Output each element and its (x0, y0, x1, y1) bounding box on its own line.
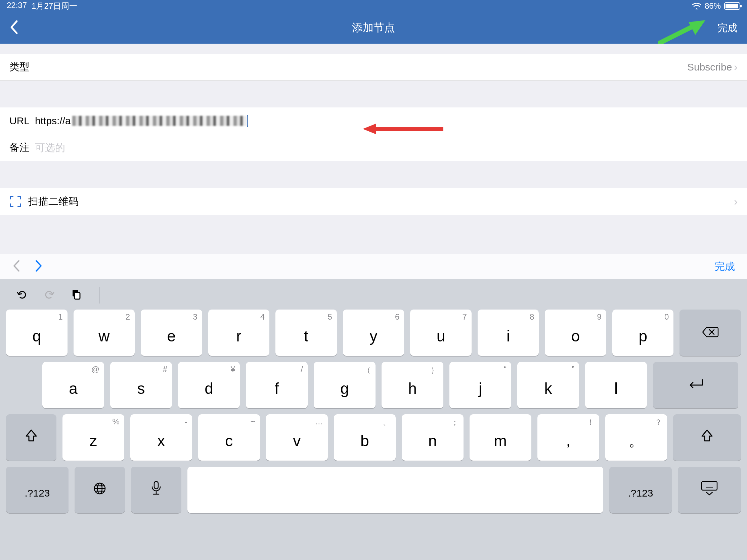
kb-prev-field-button[interactable] (12, 260, 21, 274)
dictation-key[interactable] (131, 466, 181, 513)
url-value: https://a (30, 115, 71, 127)
type-label: 类型 (9, 60, 30, 74)
return-key[interactable] (653, 362, 738, 408)
key-m[interactable]: m (469, 414, 531, 461)
backspace-key[interactable] (679, 310, 741, 356)
key-a[interactable]: @a (42, 362, 104, 408)
key-i[interactable]: 8i (478, 310, 539, 356)
chevron-right-icon: › (734, 195, 738, 208)
type-value: Subscribe (687, 61, 732, 73)
key-v[interactable]: …v (266, 414, 328, 461)
form-content: 类型 Subscribe › URL https://a 备注 扫描二维码 › (0, 44, 747, 215)
status-date: 1月27日周一 (31, 1, 77, 11)
key-b[interactable]: 、b (334, 414, 396, 461)
back-button[interactable] (9, 20, 20, 36)
key-t[interactable]: 5t (276, 310, 337, 356)
keyboard: 1q2w3e4r5t6y7u8i9o0p @a#s¥d/f（g）h“j”kl %… (0, 279, 747, 560)
shift-key[interactable] (6, 414, 56, 461)
wifi-icon (692, 3, 701, 9)
battery-percent: 86% (705, 1, 721, 11)
chevron-right-icon: › (734, 61, 738, 73)
text-cursor (247, 115, 248, 127)
key-j[interactable]: “j (449, 362, 511, 408)
url-redacted (72, 116, 247, 126)
note-row[interactable]: 备注 (0, 134, 747, 161)
key-n[interactable]: ；n (402, 414, 464, 461)
key-z[interactable]: %z (62, 414, 124, 461)
status-time: 22:37 (7, 1, 27, 11)
number-mode-key[interactable]: .?123 (6, 466, 69, 513)
key-k[interactable]: ”k (517, 362, 579, 408)
undo-button[interactable] (16, 288, 28, 302)
keyboard-accessory-bar: 完成 (0, 254, 747, 279)
nav-bar: 添加节点 完成 (0, 12, 747, 44)
number-mode-key[interactable]: .?123 (609, 466, 672, 513)
key-c[interactable]: ~c (198, 414, 260, 461)
svg-rect-13 (154, 481, 158, 489)
key-w[interactable]: 2w (74, 310, 135, 356)
url-row[interactable]: URL https://a (0, 107, 747, 134)
type-row[interactable]: 类型 Subscribe › (0, 54, 747, 81)
key-r[interactable]: 4r (208, 310, 270, 356)
clipboard-button[interactable] (70, 288, 82, 302)
key-d[interactable]: ¥d (178, 362, 240, 408)
key-u[interactable]: 7u (410, 310, 471, 356)
key-f[interactable]: /f (246, 362, 308, 408)
kb-accessory-done-button[interactable]: 完成 (715, 260, 735, 274)
key-e[interactable]: 3e (141, 310, 202, 356)
key-x[interactable]: -x (130, 414, 192, 461)
key-l[interactable]: l (585, 362, 647, 408)
redo-button[interactable] (43, 288, 55, 302)
key-。[interactable]: ？。 (605, 414, 667, 461)
key-o[interactable]: 9o (545, 310, 606, 356)
key-h[interactable]: ）h (382, 362, 443, 408)
kb-next-field-button[interactable] (34, 260, 43, 274)
page-title: 添加节点 (352, 21, 395, 35)
key-s[interactable]: #s (110, 362, 172, 408)
key-y[interactable]: 6y (343, 310, 405, 356)
globe-key[interactable] (75, 466, 125, 513)
url-label: URL (9, 115, 30, 127)
key-p[interactable]: 0p (612, 310, 674, 356)
key-q[interactable]: 1q (6, 310, 68, 356)
done-button[interactable]: 完成 (717, 21, 738, 35)
keyboard-toolbar (6, 283, 741, 307)
status-bar: 22:37 1月27日周一 86% (0, 0, 747, 12)
shift-key[interactable] (673, 414, 741, 461)
note-input[interactable] (30, 142, 738, 154)
scan-qr-row[interactable]: 扫描二维码 › (0, 188, 747, 215)
key-，[interactable]: ！， (537, 414, 599, 461)
svg-rect-5 (75, 292, 80, 299)
dismiss-keyboard-key[interactable] (678, 466, 741, 513)
svg-rect-14 (702, 481, 717, 490)
space-key[interactable] (187, 466, 603, 513)
qr-scan-icon (9, 195, 22, 208)
scan-qr-label: 扫描二维码 (28, 195, 79, 209)
note-label: 备注 (9, 141, 30, 155)
key-g[interactable]: （g (314, 362, 376, 408)
battery-icon (724, 2, 740, 10)
